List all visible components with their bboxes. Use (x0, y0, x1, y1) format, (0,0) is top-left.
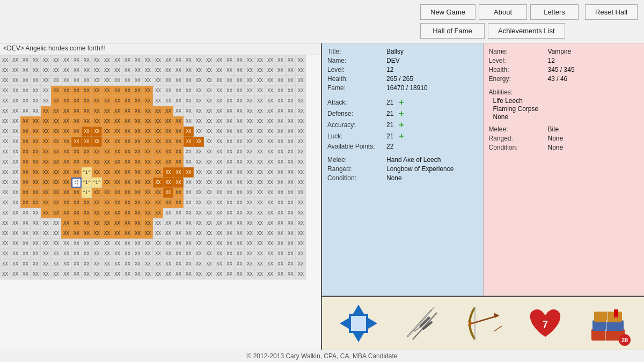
luck-plus-button[interactable]: + (399, 131, 404, 141)
player-accuracy-label: Accuracy: (327, 121, 386, 129)
ability3: None (493, 113, 639, 121)
player-condition-label: Condition: (327, 174, 386, 182)
available-points-label: Available Points: (327, 143, 386, 150)
footer: © 2012-2013 Cary Walkin, CPA, CA, MBA Ca… (0, 350, 644, 362)
player-fame-value: 16470 / 18910 (386, 84, 428, 92)
ranged-action-icon[interactable] (459, 300, 507, 347)
svg-text:7: 7 (543, 319, 548, 330)
letters-button[interactable]: Letters (530, 4, 579, 20)
svg-line-7 (431, 307, 434, 310)
player-level-value: 12 (386, 66, 393, 73)
enemy-level-value: 12 (548, 57, 555, 64)
accuracy-plus-button[interactable]: + (399, 120, 404, 130)
enemy-ranged-label: Ranged: (489, 135, 548, 142)
book-badge: 28 (619, 334, 631, 346)
player-accuracy-value: 21 (386, 121, 393, 129)
player-melee-value: Hand Axe of Leech (386, 156, 441, 164)
status-bar: <DEV> Angelic hordes come forth!!! (0, 43, 321, 55)
game-map-container: <DEV> Angelic hordes come forth!!! (0, 43, 322, 350)
new-game-button[interactable]: New Game (420, 4, 475, 20)
player-attack-value: 21 (386, 99, 393, 106)
attack-plus-button[interactable]: + (399, 98, 404, 107)
abilities-label: Abilities: (489, 88, 639, 96)
player-level-label: Level: (327, 66, 386, 73)
player-name-value: DEV (386, 57, 400, 64)
top-btn-row2: Hall of Fame Achievements List (100, 23, 638, 39)
player-defense-value: 21 (386, 110, 393, 117)
svg-marker-2 (340, 318, 349, 329)
enemy-condition-label: Condition: (489, 144, 548, 151)
enemy-condition-value: None (548, 144, 564, 151)
stats-panel: Title: Ballsy Name: DEV Level: 12 Health… (322, 43, 644, 296)
main-area: <DEV> Angelic hordes come forth!!! Title… (0, 43, 644, 350)
player-health-label: Health: (327, 75, 386, 83)
player-luck-value: 21 (386, 132, 393, 140)
top-bar: New Game About Letters Reset Hall Hall o… (0, 0, 644, 43)
player-ranged-label: Ranged: (327, 165, 386, 173)
enemy-melee-value: Bite (548, 125, 559, 133)
player-stats: Title: Ballsy Name: DEV Level: 12 Health… (322, 43, 484, 296)
player-luck-label: Luck: (327, 132, 386, 140)
enemy-name-value: Vampire (548, 48, 572, 55)
player-ranged-value: Longbow of Experience (386, 165, 453, 173)
svg-line-18 (494, 326, 502, 331)
svg-marker-3 (368, 318, 377, 329)
enemy-health-label: Health: (489, 66, 548, 73)
move-action-icon[interactable] (334, 300, 383, 347)
enemy-stats: Name: Vampire Level: 12 Health: 345 / 34… (484, 43, 645, 296)
title-value: Ballsy (386, 48, 404, 55)
available-points-value: 22 (386, 143, 393, 150)
defense-plus-button[interactable]: + (399, 109, 404, 119)
heart-action-icon[interactable]: 7 (521, 300, 569, 347)
enemy-name-label: Name: (489, 48, 548, 55)
enemy-ranged-value: None (548, 135, 564, 142)
top-btn-row1: New Game About Letters Reset Hall (100, 4, 638, 20)
achievements-list-button[interactable]: Achievements List (488, 23, 565, 39)
enemy-melee-label: Melee: (489, 125, 548, 133)
svg-marker-0 (353, 305, 364, 314)
svg-rect-5 (351, 316, 366, 331)
enemy-energy-value: 43 / 46 (548, 75, 568, 83)
status-message: <DEV> Angelic hordes come forth!!! (3, 45, 106, 52)
enemy-health-value: 345 / 345 (548, 66, 575, 73)
player-fame-label: Fame: (327, 84, 386, 92)
enemy-level-label: Level: (489, 57, 548, 64)
book-action-icon[interactable]: 28 (583, 300, 632, 347)
reset-hall-button[interactable]: Reset Hall (585, 4, 638, 20)
ability1: Life Leech (493, 97, 639, 105)
player-attack-label: Attack: (327, 99, 386, 106)
copyright-text: © 2012-2013 Cary Walkin, CPA, CA, MBA Ca… (247, 352, 398, 360)
about-button[interactable]: About (479, 4, 527, 20)
player-health-value: 265 / 265 (386, 75, 413, 83)
title-label: Title: (327, 48, 386, 55)
game-map[interactable] (0, 55, 321, 350)
right-panel: Title: Ballsy Name: DEV Level: 12 Health… (322, 43, 644, 350)
player-condition-value: None (386, 174, 402, 182)
player-defense-label: Defense: (327, 110, 386, 117)
heart-value: 7 (543, 319, 548, 330)
enemy-energy-label: Energy: (489, 75, 548, 83)
svg-marker-1 (353, 333, 364, 342)
ability2: Flaming Corpse (493, 105, 639, 113)
melee-action-icon[interactable] (397, 300, 445, 347)
player-name-label: Name: (327, 57, 386, 64)
player-melee-label: Melee: (327, 156, 386, 164)
hall-of-fame-button[interactable]: Hall of Fame (420, 23, 485, 39)
action-bar: 7 (322, 296, 644, 350)
